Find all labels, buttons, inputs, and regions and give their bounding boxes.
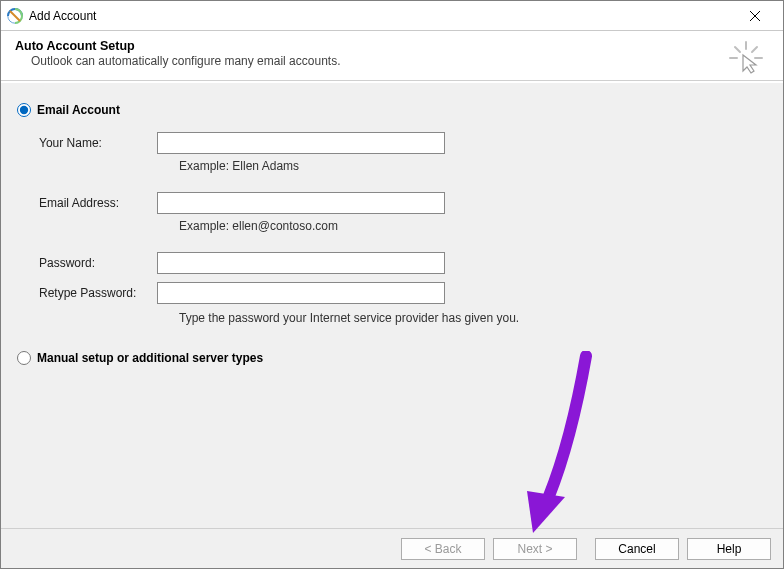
option-email-account[interactable]: Email Account xyxy=(17,103,767,117)
next-button: Next > xyxy=(493,538,577,560)
retype-password-label: Retype Password: xyxy=(39,286,157,300)
window-title: Add Account xyxy=(29,9,96,23)
email-input[interactable] xyxy=(157,192,445,214)
email-hint: Example: ellen@contoso.com xyxy=(179,219,767,233)
close-icon xyxy=(750,11,760,21)
your-name-label: Your Name: xyxy=(39,136,157,150)
radio-manual-setup[interactable] xyxy=(17,351,31,365)
help-button[interactable]: Help xyxy=(687,538,771,560)
header-title: Auto Account Setup xyxy=(15,39,769,53)
email-label: Email Address: xyxy=(39,196,157,210)
row-your-name: Your Name: xyxy=(39,131,767,155)
option-manual-setup[interactable]: Manual setup or additional server types xyxy=(17,351,767,365)
close-button[interactable] xyxy=(733,1,777,31)
email-account-fields: Your Name: Example: Ellen Adams Email Ad… xyxy=(39,131,767,325)
wizard-body: Email Account Your Name: Example: Ellen … xyxy=(1,83,783,528)
password-hint: Type the password your Internet service … xyxy=(179,311,767,325)
radio-email-account[interactable] xyxy=(17,103,31,117)
password-label: Password: xyxy=(39,256,157,270)
back-button: < Back xyxy=(401,538,485,560)
svg-line-5 xyxy=(752,47,757,52)
password-input[interactable] xyxy=(157,252,445,274)
retype-password-input[interactable] xyxy=(157,282,445,304)
row-email: Email Address: xyxy=(39,191,767,215)
add-account-window: Add Account Auto Account Setup Outlook c… xyxy=(0,0,784,569)
header-subtitle: Outlook can automatically configure many… xyxy=(31,54,769,68)
row-retype-password: Retype Password: xyxy=(39,281,767,305)
app-icon xyxy=(7,8,23,24)
your-name-input[interactable] xyxy=(157,132,445,154)
wizard-header: Auto Account Setup Outlook can automatic… xyxy=(1,31,783,81)
cancel-button[interactable]: Cancel xyxy=(595,538,679,560)
radio-email-account-label: Email Account xyxy=(37,103,120,117)
wizard-button-bar: < Back Next > Cancel Help xyxy=(1,528,783,568)
titlebar: Add Account xyxy=(1,1,783,31)
your-name-hint: Example: Ellen Adams xyxy=(179,159,767,173)
radio-manual-setup-label: Manual setup or additional server types xyxy=(37,351,263,365)
svg-line-4 xyxy=(735,47,740,52)
cursor-click-icon xyxy=(729,41,763,75)
row-password: Password: xyxy=(39,251,767,275)
